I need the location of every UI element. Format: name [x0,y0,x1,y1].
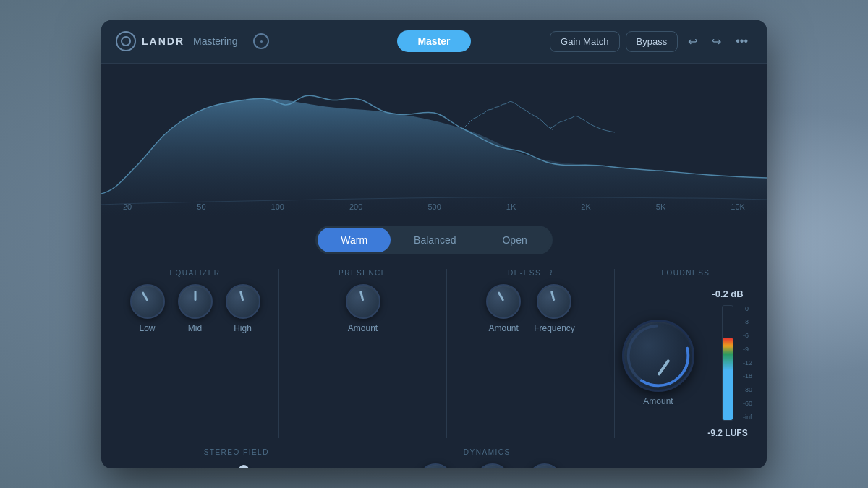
style-open-button[interactable]: Open [479,228,550,252]
meter-tick-labels: -0 -3 -6 -9 -12 -18 -30 -60 -inf [743,305,752,421]
presence-section: PRESENCE Amount [286,269,439,438]
divider-2 [446,269,447,438]
character-group: Character [474,463,512,468]
divider-3 [614,269,615,438]
meter-tick-3: -3 [743,318,752,325]
equalizer-knobs: Low Mid High [130,284,260,333]
undo-button[interactable]: ↩ [684,32,702,51]
logo-area: LANDR Mastering [116,31,328,51]
freq-label-200hz: 200 [349,202,362,211]
eq-high-label: High [234,323,252,333]
style-balanced-button[interactable]: Balanced [391,228,479,252]
style-warm-button[interactable]: Warm [318,228,391,252]
bypass-button[interactable]: Bypass [626,31,678,52]
freq-labels: 20 50 100 200 500 1K 2K 5K 10K [101,202,767,211]
presence-amount-knob[interactable] [346,284,380,319]
logo-icon [116,31,136,51]
dynamics-knobs: Compression Character Saturation [409,463,564,468]
freq-label-100hz: 100 [271,202,284,211]
de-esser-label: DE-ESSER [508,269,553,277]
saturation-knob[interactable] [527,463,562,468]
loudness-label: LOUDNESS [661,269,710,277]
controls-area: EQUALIZER Low Mid High PRESENCE [101,262,767,438]
de-esser-section: DE-ESSER Amount Frequency [454,269,607,438]
meter-section: -0.2 dB -0 -3 -6 -9 -12 -18 -30 [706,288,749,438]
freq-label-1k: 1K [506,202,516,211]
compression-knob[interactable] [418,463,453,468]
dynamics-label: DYNAMICS [464,448,511,456]
db-readout: -0.2 dB [712,288,743,299]
meter-tick-9: -9 [743,346,752,353]
de-esser-amount-group: Amount [486,284,521,333]
logo-inner-circle [121,36,131,46]
style-selector: Warm Balanced Open [101,215,767,262]
eq-low-knob[interactable] [130,284,165,319]
stereo-slider-thumb[interactable] [239,465,249,468]
presence-amount-group: Amount [346,284,380,333]
timer-icon[interactable] [253,33,269,49]
equalizer-section: EQUALIZER Low Mid High [119,269,271,438]
eq-high-knob[interactable] [226,284,260,319]
eq-high-group: High [226,284,260,333]
freq-label-50hz: 50 [197,202,205,211]
freq-label-20hz: 20 [123,202,132,211]
gain-match-button[interactable]: Gain Match [550,31,619,52]
meter-tick-30: -30 [743,386,752,393]
eq-mid-label: Mid [188,323,202,333]
saturation-group: Saturation [525,463,565,468]
character-knob[interactable] [475,463,510,468]
meter-tick-inf: -inf [743,414,752,421]
de-esser-amount-knob[interactable] [486,284,521,319]
logo-text: LANDR [142,35,184,47]
divider-4 [362,448,362,468]
lufs-readout: -9.2 LUFS [707,428,747,438]
bottom-spacer [605,448,749,468]
de-esser-freq-group: Frequency [534,284,575,333]
freq-label-2k: 2K [581,202,590,211]
loudness-knob[interactable] [622,320,694,392]
meter-wrapper: -0 -3 -6 -9 -12 -18 -30 -60 -inf [722,305,733,421]
loudness-section: LOUDNESS Amount -0.2 dB [622,269,749,438]
waveform-area: 20 50 100 200 500 1K 2K 5K 10K [101,64,767,215]
de-esser-freq-label: Frequency [534,323,575,333]
divider-1 [278,269,279,438]
presence-label: PRESENCE [339,269,387,277]
stereo-slider-container [164,463,309,468]
equalizer-label: EQUALIZER [169,269,220,277]
subtitle-text: Mastering [193,35,237,47]
stereo-field-label: STEREO FIELD [204,448,269,456]
center-controls: Master [328,30,540,52]
meter-tick-0: -0 [743,305,752,312]
compression-group: Compression [409,463,461,468]
timer-dot [260,40,263,43]
presence-knobs: Amount [346,284,380,333]
master-button[interactable]: Master [397,30,470,52]
loudness-amount-label: Amount [643,396,673,406]
loudness-knob-group: Amount [622,320,694,406]
plugin-window: LANDR Mastering Master Gain Match Bypass… [101,20,767,468]
eq-low-label: Low [139,323,155,333]
header: LANDR Mastering Master Gain Match Bypass… [101,20,767,64]
de-esser-amount-label: Amount [488,323,518,333]
stereo-field-section: STEREO FIELD Focus 42% Wide Wide [119,448,354,468]
bottom-controls: STEREO FIELD Focus 42% Wide Wide DYNAMIC… [101,441,767,468]
meter-fill [723,338,733,420]
freq-label-10k: 10K [731,202,745,211]
meter-tick-18: -18 [743,372,752,380]
meter-tick-60: -60 [743,400,752,407]
style-pill-container: Warm Balanced Open [315,226,552,254]
presence-amount-label: Amount [348,323,378,333]
freq-label-5k: 5K [656,202,665,211]
eq-mid-group: Mid [178,284,213,333]
dynamics-section: DYNAMICS Compression Character Saturatio… [370,448,605,468]
more-button[interactable]: ••• [731,32,752,51]
eq-low-group: Low [130,284,165,333]
right-controls: Gain Match Bypass ↩ ↪ ••• [540,31,752,52]
meter-bar [722,305,733,421]
eq-mid-knob[interactable] [178,284,213,319]
freq-label-500hz: 500 [427,202,441,211]
redo-button[interactable]: ↪ [707,32,726,51]
meter-tick-12: -12 [743,359,752,367]
de-esser-knobs: Amount Frequency [486,284,575,333]
de-esser-freq-knob[interactable] [537,284,571,319]
